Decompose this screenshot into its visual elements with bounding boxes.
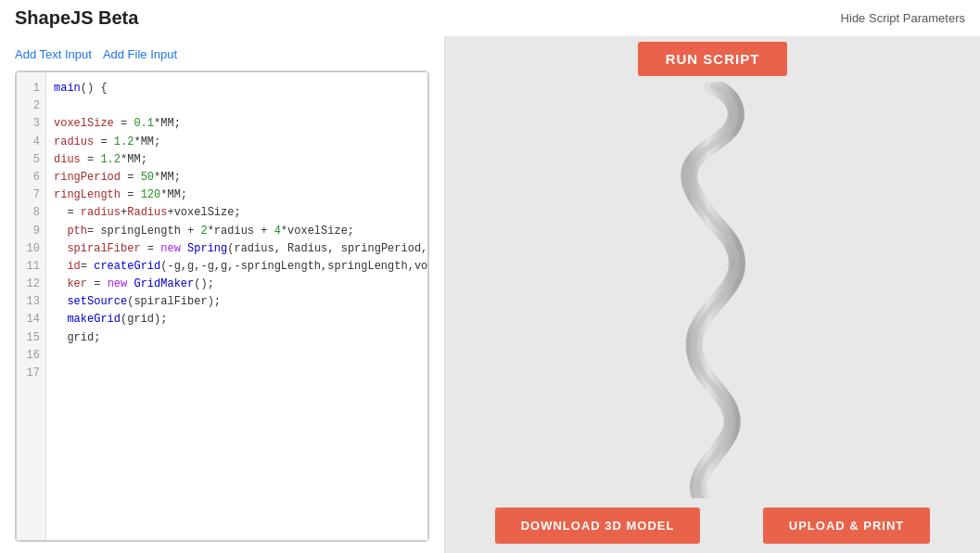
add-inputs-row: Add Text Input Add File Input	[15, 47, 429, 61]
add-file-input-link[interactable]: Add File Input	[103, 47, 177, 61]
main-content: Add Text Input Add File Input 1234567891…	[0, 36, 980, 553]
canvas-area	[445, 82, 980, 498]
code-editor-outer: 1234567891011121314151617 main() { voxel…	[15, 71, 429, 542]
left-panel: Add Text Input Add File Input 1234567891…	[0, 36, 445, 553]
app-title: ShapeJS Beta	[15, 7, 138, 29]
run-script-bar: RUN SCRIPT	[445, 36, 980, 82]
bottom-buttons: DOWNLOAD 3D MODEL UPLOAD & PRINT	[445, 498, 980, 553]
code-area[interactable]: main() { voxelSize = 0.1*MM;radius = 1.2…	[46, 72, 427, 540]
upload-and-print-button[interactable]: UPLOAD & PRINT	[763, 508, 931, 544]
add-text-input-link[interactable]: Add Text Input	[15, 47, 92, 61]
hide-params-link[interactable]: Hide Script Parameters	[841, 11, 965, 25]
code-editor[interactable]: 1234567891011121314151617 main() { voxel…	[16, 71, 428, 541]
right-panel: RUN SCRIPT DOWNLOAD 3D MODEL UPLOAD	[445, 36, 980, 553]
line-numbers: 1234567891011121314151617	[17, 72, 46, 540]
spiral-3d-preview	[676, 82, 750, 498]
run-script-button[interactable]: RUN SCRIPT	[638, 42, 788, 76]
top-bar: ShapeJS Beta Hide Script Parameters	[0, 0, 980, 36]
download-3d-model-button[interactable]: DOWNLOAD 3D MODEL	[495, 508, 701, 544]
